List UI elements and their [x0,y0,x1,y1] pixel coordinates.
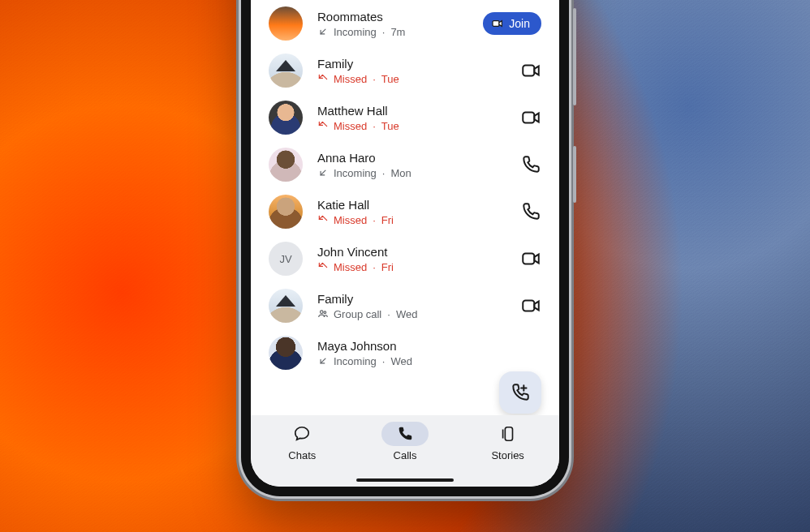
join-button[interactable]: Join [483,12,541,35]
call-status-label: Group call [334,308,381,320]
phone-icon [396,425,414,443]
call-row[interactable]: RoommatesIncoming7mJoin [251,0,559,47]
call-row-text: Matthew HallMissedTue [317,104,506,132]
volume-button [573,8,576,105]
call-row[interactable]: Katie HallMissedFri [251,188,559,235]
call-time: Wed [396,308,418,320]
svg-rect-6 [523,301,534,311]
call-name: Matthew Hall [317,104,506,118]
call-time: Mon [390,167,411,179]
call-subtitle: MissedFri [317,261,506,273]
call-name: Family [317,292,506,307]
call-row-text: Katie HallMissedFri [317,198,506,226]
video-icon [520,248,541,269]
avatar [269,289,303,323]
call-subtitle: MissedFri [317,214,506,226]
call-subtitle: MissedTue [317,120,506,132]
arrow-incoming-icon [317,167,329,178]
nav-calls-label: Calls [394,449,417,461]
nav-chats[interactable]: Chats [278,422,325,461]
phone-icon [520,201,541,222]
call-name: Roommates [317,10,468,24]
chat-icon [293,425,311,443]
call-name: Katie Hall [317,198,506,212]
call-subtitle: IncomingMon [317,167,506,179]
call-time: Tue [381,120,399,132]
call-row[interactable]: JVJohn VincentMissedFri [251,235,559,282]
new-call-button[interactable] [499,371,541,414]
video-call-button[interactable] [520,60,541,81]
avatar: JV [269,242,303,276]
audio-call-button[interactable] [520,201,541,222]
call-row-text: FamilyMissedTue [317,57,506,85]
svg-rect-2 [523,113,534,123]
call-row-text: Anna HaroIncomingMon [317,151,506,179]
arrow-missed-icon [317,214,329,225]
call-row[interactable]: Matthew HallMissedTue [251,94,559,141]
avatar [269,101,303,135]
svg-rect-1 [523,66,534,76]
svg-rect-7 [505,427,512,441]
avatar [269,336,303,370]
arrow-missed-icon [317,73,329,84]
join-label: Join [509,17,530,30]
call-time: 7m [390,26,405,38]
video-call-button[interactable] [520,295,541,316]
call-name: John Vincent [317,245,506,260]
call-row-text: John VincentMissedFri [317,245,506,273]
avatar [269,195,303,229]
arrow-incoming-icon [317,355,329,367]
svg-point-5 [324,311,326,314]
call-subtitle: MissedTue [317,73,506,85]
phone-frame: RoommatesIncoming7mJoinFamilyMissedTueMa… [241,0,569,496]
call-row-text: Maya JohnsonIncomingWed [317,339,527,367]
nav-stories-label: Stories [491,449,523,461]
call-row-text: FamilyGroup callWed [317,292,506,320]
svg-point-4 [321,311,324,314]
call-name: Anna Haro [317,151,506,165]
home-indicator [356,478,454,482]
arrow-missed-icon [317,120,329,131]
bottom-nav: Chats Calls Stories [251,415,559,487]
stories-icon [499,425,517,443]
call-status-label: Missed [334,73,367,85]
call-list: RoommatesIncoming7mJoinFamilyMissedTueMa… [251,0,559,487]
power-button [573,146,576,203]
video-icon [491,17,504,30]
video-icon [520,295,541,316]
nav-stories[interactable]: Stories [485,422,532,461]
avatar [269,54,303,88]
call-time: Fri [381,261,394,273]
call-status-label: Incoming [334,355,377,367]
call-status-label: Incoming [334,167,377,179]
nav-calls[interactable]: Calls [381,422,429,461]
arrow-missed-icon [317,261,329,272]
call-row[interactable]: FamilyGroup callWed [251,282,559,329]
call-subtitle: Incoming7m [317,26,468,38]
call-time: Wed [390,355,412,367]
arrow-incoming-icon [317,26,329,37]
video-call-button[interactable] [520,107,541,128]
nav-chats-label: Chats [288,449,316,461]
call-subtitle: IncomingWed [317,355,527,367]
call-time: Fri [381,214,394,226]
phone-screen: RoommatesIncoming7mJoinFamilyMissedTueMa… [251,0,559,487]
call-name: Family [317,57,506,71]
call-name: Maya Johnson [317,339,527,354]
call-status-label: Missed [334,120,367,132]
phone-plus-icon [510,382,531,403]
call-row-text: RoommatesIncoming7m [317,10,468,38]
phone-icon [520,154,541,175]
call-time: Tue [381,73,399,85]
video-icon [520,107,541,128]
audio-call-button[interactable] [520,154,541,175]
avatar [269,6,303,41]
svg-rect-3 [523,254,534,264]
group-icon [317,308,329,320]
video-call-button[interactable] [520,248,541,269]
call-status-label: Incoming [334,26,377,38]
call-row[interactable]: Anna HaroIncomingMon [251,141,559,188]
call-row[interactable]: Maya JohnsonIncomingWed [251,329,559,376]
call-row[interactable]: FamilyMissedTue [251,47,559,94]
call-status-label: Missed [334,261,367,273]
